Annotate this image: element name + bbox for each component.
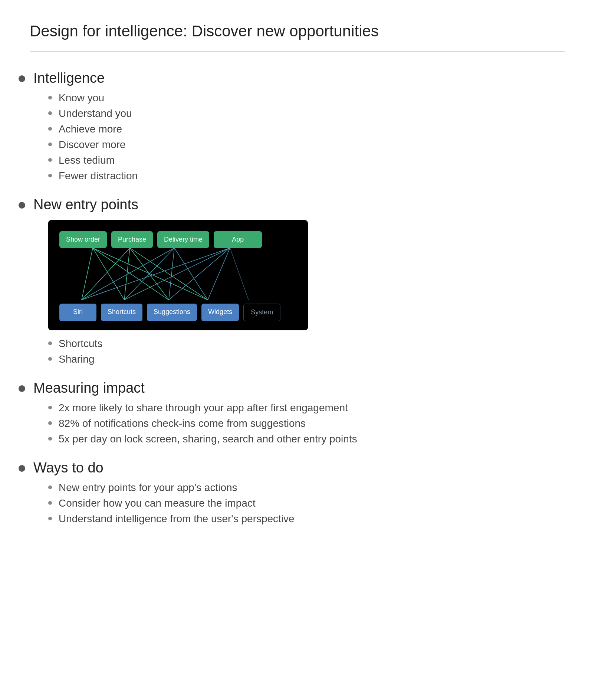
section-new-entry-points: New entry points Show order Purchase Del… [30, 197, 565, 365]
section-ways-to-do: Ways to do New entry points for your app… [30, 460, 565, 525]
svg-line-9 [124, 248, 174, 300]
list-item: Understand you [48, 108, 565, 120]
chip-purchase: Purchase [111, 231, 153, 248]
chip-show-order: Show order [59, 231, 107, 248]
new-entry-points-items: Shortcuts Sharing [30, 338, 565, 365]
diagram-lines [59, 248, 297, 300]
section-measuring-impact: Measuring impact 2x more likely to share… [30, 380, 565, 445]
svg-line-4 [82, 248, 130, 300]
divider [30, 51, 565, 52]
section-title-intelligence: Intelligence [30, 70, 565, 86]
section-intelligence: Intelligence Know you Understand you Ach… [30, 70, 565, 182]
diagram-top-row: Show order Purchase Delivery time App [59, 231, 297, 248]
svg-line-3 [93, 248, 208, 300]
section-bullet [19, 465, 25, 472]
section-title-ways-to-do: Ways to do [30, 460, 565, 476]
list-item: Know you [48, 92, 565, 104]
section-bullet [19, 385, 25, 392]
chip-widgets: Widgets [201, 304, 239, 321]
svg-line-1 [93, 248, 124, 300]
diagram-rows: Show order Purchase Delivery time App [59, 231, 297, 321]
ways-to-do-items: New entry points for your app's actions … [30, 482, 565, 525]
measuring-impact-items: 2x more likely to share through your app… [30, 402, 565, 445]
outline: Intelligence Know you Understand you Ach… [30, 70, 565, 525]
entry-points-diagram: Show order Purchase Delivery time App [48, 220, 308, 330]
intelligence-items: Know you Understand you Achieve more Dis… [30, 92, 565, 182]
diagram-bottom-row: Siri Shortcuts Suggestions Widgets Syste… [59, 304, 297, 321]
section-title-measuring-impact: Measuring impact [30, 380, 565, 396]
svg-line-13 [124, 248, 230, 300]
section-bullet [19, 202, 25, 209]
list-item: Discover more [48, 139, 565, 151]
list-item: New entry points for your app's actions [48, 482, 565, 494]
svg-line-5 [124, 248, 130, 300]
section-title-new-entry-points: New entry points [30, 197, 565, 213]
chip-system: System [243, 304, 280, 321]
chip-siri: Siri [59, 304, 96, 321]
list-item: Consider how you can measure the impact [48, 497, 565, 509]
list-item: Understand intelligence from the user's … [48, 513, 565, 525]
chip-shortcuts: Shortcuts [101, 304, 142, 321]
svg-line-14 [169, 248, 230, 300]
list-item: Less tedium [48, 154, 565, 166]
svg-line-7 [130, 248, 208, 300]
list-item: Sharing [48, 353, 565, 365]
list-item: 2x more likely to share through your app… [48, 402, 565, 414]
chip-suggestions: Suggestions [147, 304, 197, 321]
chip-app: App [214, 231, 262, 248]
list-item: Achieve more [48, 123, 565, 135]
chip-delivery-time: Delivery time [157, 231, 209, 248]
connection-lines-svg [59, 248, 297, 300]
svg-line-15 [208, 248, 230, 300]
page-title: Design for intelligence: Discover new op… [30, 22, 565, 40]
section-bullet [19, 75, 25, 82]
svg-line-8 [82, 248, 174, 300]
list-item: Fewer distraction [48, 170, 565, 182]
list-item: Shortcuts [48, 338, 565, 350]
svg-line-16 [230, 248, 249, 300]
list-item: 5x per day on lock screen, sharing, sear… [48, 433, 565, 445]
svg-line-0 [82, 248, 93, 300]
svg-line-10 [169, 248, 174, 300]
list-item: 82% of notifications check-ins come from… [48, 418, 565, 429]
